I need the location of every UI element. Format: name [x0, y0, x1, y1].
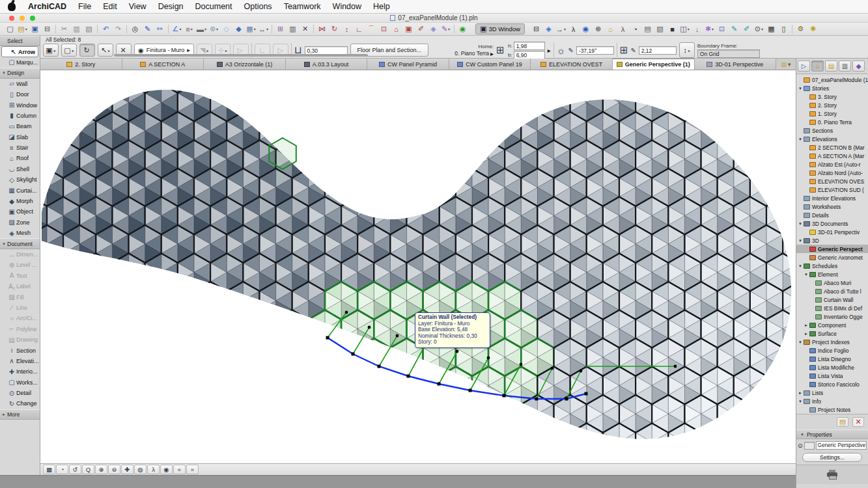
toolbar-button[interactable]: ↶ [100, 23, 112, 34]
toolbox-item[interactable]: ▯ Door [0, 89, 40, 100]
tree-item[interactable]: Details [796, 211, 868, 219]
tree-item[interactable]: ▼ 3D [796, 236, 868, 245]
toolbox-item[interactable]: ▢ Works... [0, 377, 40, 388]
toolbar-button[interactable]: ✺ [807, 23, 819, 34]
toolbar-button[interactable]: ▣ [402, 23, 415, 34]
toolbox-item[interactable]: ▢ Marqu... [0, 57, 40, 68]
toolbar-button[interactable]: ✱ [703, 23, 716, 34]
view-tab[interactable]: CW Panel Pyramid [367, 59, 449, 70]
tree-expand-icon[interactable]: ▼ [798, 137, 804, 141]
toolbar-button[interactable]: ∠ [171, 23, 183, 34]
toolbar-button[interactable]: ▯ [777, 23, 790, 34]
properties-header[interactable]: ▼Properties [796, 429, 868, 439]
toolbox-item[interactable]: ≀ Section [0, 345, 40, 355]
tree-item[interactable]: Project Notes [796, 405, 868, 414]
toolbox-item[interactable]: ▼ Design [0, 68, 40, 78]
toolbar-button[interactable]: ⊡ [378, 23, 390, 34]
view-control-button[interactable]: ↺ [69, 465, 81, 474]
toolbar-button[interactable]: ▬ [195, 23, 208, 34]
toolbar-button[interactable]: ✎ [141, 23, 154, 34]
toolbox-item[interactable]: ◪ Slab [0, 132, 40, 142]
toolbox-item[interactable]: ▣ Object [0, 206, 40, 217]
toolbar-button[interactable] [311, 23, 316, 34]
tree-item[interactable]: 07_exaPanelModule (1) [796, 75, 868, 84]
navigator-mode-button[interactable]: ▥ [839, 61, 851, 72]
toolbar-button[interactable]: ✂ [58, 23, 70, 34]
tree-item[interactable]: Alzato Est (Auto-r [796, 160, 868, 169]
toolbar-button[interactable]: → [555, 23, 567, 34]
toolbar-button[interactable]: ⊕ [592, 23, 604, 34]
home-story-value[interactable]: 0. Piano Terra [455, 50, 489, 57]
toolbar-button[interactable]: λ [567, 23, 580, 34]
settings-button[interactable]: Settings... [802, 453, 862, 462]
view-control-button[interactable]: ◔ [56, 465, 68, 474]
toolbar-button[interactable]: ◉ [456, 23, 469, 34]
view-control-button[interactable]: Q [82, 465, 94, 474]
toolbox-item[interactable]: ▨ Fill [0, 291, 40, 302]
size-spinner-icon[interactable]: ▸ [548, 47, 551, 54]
tree-item[interactable]: Abaco di Tutte l [796, 287, 868, 295]
menu-item[interactable]: Edit [97, 2, 123, 11]
view-tab[interactable]: 3D-01 Perspective [695, 59, 777, 70]
tree-item[interactable]: ▼ Project Indexes [796, 338, 868, 346]
tree-item[interactable]: Inventario Ogge [796, 312, 868, 321]
toolbar-button[interactable]: ◈ [542, 23, 555, 34]
toolbar-button[interactable]: ↷ [112, 23, 124, 34]
tree-expand-icon[interactable]: ► [798, 391, 804, 395]
tree-expand-icon[interactable]: ▼ [798, 400, 804, 403]
tree-item[interactable]: ► Lists [796, 388, 868, 397]
toolbox-item[interactable]: ○ Arc/Ci... [0, 313, 40, 323]
tree-expand-icon[interactable]: ▼ [798, 87, 804, 90]
toolbar-button[interactable] [124, 23, 129, 34]
toolbar-button[interactable]: ✕ [299, 23, 311, 34]
tree-item[interactable]: Lista Disegno [796, 355, 868, 363]
h-field[interactable]: 1,98 [514, 42, 545, 50]
toolbar-button[interactable] [790, 23, 794, 34]
tree-item[interactable]: Abaco Muri [796, 278, 868, 287]
tree-item[interactable]: 3D-01 Perspectiv [796, 228, 868, 236]
infobox-button[interactable]: ▣▸ [43, 44, 59, 57]
view-tab[interactable]: 2. Story [40, 59, 122, 70]
tab-overflow-button[interactable]: ▤▾ [776, 59, 796, 70]
view-tab[interactable]: A.03.3 Layout [286, 59, 368, 70]
toolbar-button[interactable] [53, 23, 58, 34]
tree-expand-icon[interactable]: ▼ [798, 264, 804, 268]
toolbar-button[interactable]: ∟ [353, 23, 365, 34]
toolbox-item[interactable]: ✚ Interio... [0, 366, 40, 377]
toolbar-button[interactable]: ▥ [287, 23, 299, 34]
tree-item[interactable]: Storico Fascicolo [796, 380, 868, 388]
toolbar-button[interactable]: ■ [666, 23, 679, 34]
tree-item[interactable]: ▼ Stories [796, 84, 868, 92]
toolbar-button[interactable]: ▤ [641, 23, 654, 34]
toolbar-button[interactable]: ⊟ [41, 23, 53, 34]
toolbar-button[interactable]: ⊟ [530, 23, 542, 34]
tree-item[interactable]: ▼ Elevations [796, 135, 868, 143]
boundary-frame-button[interactable]: ↕▸ [679, 42, 695, 58]
toolbar-button[interactable]: ⊙ [753, 23, 765, 34]
tree-expand-icon[interactable]: ▼ [798, 239, 804, 243]
tree-item[interactable]: Lista Modifiche [796, 363, 868, 372]
toolbar-button[interactable]: ✎ [728, 23, 740, 34]
toolbox-item[interactable]: ▤ Drawing [0, 334, 40, 345]
toolbox-item[interactable]: ▦ Curtai... [0, 185, 40, 195]
toolbar-button[interactable]: ▥ [70, 23, 83, 34]
toolbox-item[interactable]: Select [0, 36, 40, 46]
toolbox-item[interactable]: ▼ Document [0, 238, 40, 249]
slope-field[interactable]: 2,12 [639, 46, 677, 55]
toolbar-button[interactable]: ▤ [16, 23, 29, 34]
view-tab[interactable]: CW Custom Panel 19 [449, 59, 531, 70]
toolbar-button[interactable]: ⋈ [316, 23, 328, 34]
tree-item[interactable]: 3. Story [796, 92, 868, 101]
toolbar-button[interactable] [95, 23, 100, 34]
boundary-frame-field[interactable]: On Grid [697, 49, 760, 58]
b-field[interactable]: 6,90 [514, 51, 545, 59]
view-tab[interactable]: ELEVATION OVEST [531, 59, 613, 70]
tree-item[interactable]: Generic Axonomet [796, 253, 868, 262]
toolbox-item[interactable]: ↔ Dimen... [0, 249, 40, 260]
navigator-mode-button[interactable]: ▤ [825, 61, 837, 72]
toolbar-button[interactable]: ◎ [129, 23, 141, 34]
toolbox-item[interactable]: ⊕ Level ... [0, 260, 40, 270]
angle-field[interactable]: -37,19° [576, 46, 614, 55]
toolbar-button[interactable]: ↕ [341, 23, 353, 34]
infobox-button[interactable]: ↻ [79, 44, 95, 57]
